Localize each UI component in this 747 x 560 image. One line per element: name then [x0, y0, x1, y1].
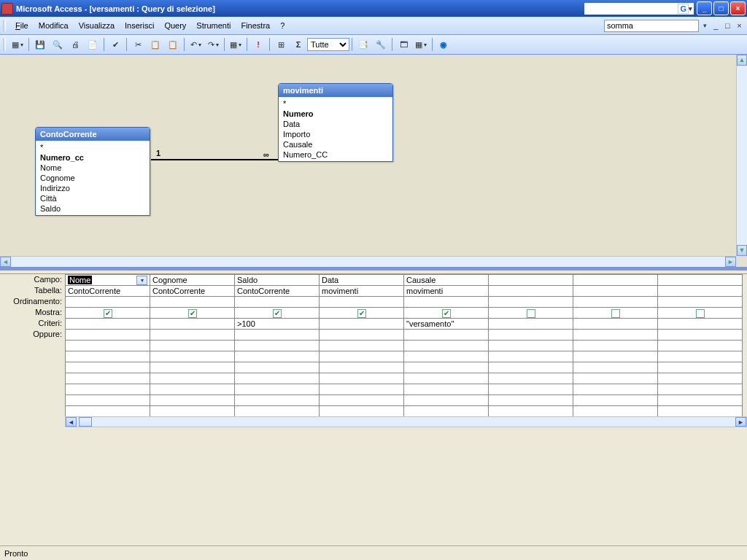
oppure-cell[interactable]: [66, 351, 150, 362]
field-saldo[interactable]: Saldo: [39, 203, 147, 214]
menu-query[interactable]: Query: [159, 20, 191, 31]
view-button[interactable]: ▦: [9, 36, 26, 52]
oppure-cell[interactable]: [658, 406, 743, 417]
oppure-cell[interactable]: [404, 384, 489, 395]
totals-button[interactable]: Σ: [290, 36, 306, 52]
oppure-cell[interactable]: [404, 373, 489, 384]
oppure-cell[interactable]: [658, 362, 743, 373]
ordinamento-cell[interactable]: [66, 297, 150, 308]
oppure-cell[interactable]: [573, 330, 658, 341]
oppure-cell[interactable]: [66, 384, 150, 395]
table-movimenti-title[interactable]: movimenti: [279, 84, 392, 97]
criteri-cell[interactable]: [573, 319, 658, 330]
criteri-cell[interactable]: [320, 319, 404, 330]
redo-button[interactable]: ↷: [205, 36, 221, 52]
mdi-minimize-button[interactable]: _: [711, 21, 721, 30]
field-dropdown-button[interactable]: ▾: [136, 276, 147, 285]
menu-inserisci[interactable]: Inserisci: [120, 20, 159, 31]
oppure-cell[interactable]: [66, 330, 150, 341]
oppure-cell[interactable]: [658, 330, 743, 341]
show-checkbox[interactable]: ✔: [357, 309, 366, 318]
undo-button[interactable]: ↶: [187, 36, 204, 52]
field-data[interactable]: Data: [282, 119, 390, 129]
oppure-cell[interactable]: [404, 395, 489, 406]
tabella-cell[interactable]: movimenti: [404, 286, 489, 297]
field-indirizzo[interactable]: Indirizzo: [39, 183, 147, 193]
criteri-cell[interactable]: [66, 319, 150, 330]
oppure-cell[interactable]: [658, 373, 743, 384]
ordinamento-cell[interactable]: [489, 297, 573, 308]
oppure-cell[interactable]: [489, 373, 573, 384]
show-checkbox[interactable]: ✔: [104, 309, 112, 318]
run-button[interactable]: !: [250, 36, 266, 52]
oppure-cell[interactable]: [658, 395, 743, 406]
oppure-cell[interactable]: [404, 406, 489, 417]
save-button[interactable]: 💾: [32, 36, 48, 52]
build-button[interactable]: 🔧: [373, 36, 389, 52]
oppure-cell[interactable]: [235, 330, 320, 341]
field-importo[interactable]: Importo: [282, 129, 390, 139]
campo-cell[interactable]: [573, 275, 658, 286]
oppure-cell[interactable]: [150, 362, 235, 373]
spellcheck-button[interactable]: ✔: [107, 36, 123, 52]
oppure-cell[interactable]: [573, 341, 658, 351]
tabella-cell[interactable]: ContoCorrente: [150, 286, 235, 297]
campo-cell[interactable]: Cognome: [150, 275, 235, 286]
close-button[interactable]: ×: [730, 1, 746, 15]
grid-scroll-thumb[interactable]: [79, 417, 92, 427]
tabella-cell[interactable]: [573, 286, 658, 297]
field-*[interactable]: *: [39, 142, 147, 152]
oppure-cell[interactable]: [573, 406, 658, 417]
tabella-cell[interactable]: ContoCorrente: [66, 286, 150, 297]
campo-cell[interactable]: [489, 275, 573, 286]
oppure-cell[interactable]: [320, 373, 404, 384]
oppure-cell[interactable]: [573, 395, 658, 406]
show-checkbox[interactable]: [696, 309, 705, 318]
show-checkbox[interactable]: ✔: [188, 309, 197, 318]
top-values-select[interactable]: Tutte: [307, 38, 349, 51]
criteri-cell[interactable]: >100: [235, 319, 320, 330]
oppure-cell[interactable]: [150, 341, 235, 351]
grid-hscrollbar[interactable]: ◄ ►: [65, 416, 747, 427]
scroll-right-button[interactable]: ►: [725, 257, 736, 267]
oppure-cell[interactable]: [235, 362, 320, 373]
mostra-cell[interactable]: [658, 308, 743, 319]
field-*[interactable]: *: [282, 98, 390, 109]
scroll-up-button[interactable]: ▲: [737, 55, 747, 66]
field-numero_cc[interactable]: Numero_cc: [39, 152, 147, 163]
oppure-cell[interactable]: [66, 406, 150, 417]
mostra-cell[interactable]: ✔: [150, 308, 235, 319]
oppure-cell[interactable]: [150, 384, 235, 395]
diagram-vscrollbar[interactable]: ▲ ▼: [736, 55, 747, 256]
field-città[interactable]: Città: [39, 193, 147, 203]
table-contocorrente-title[interactable]: ContoCorrente: [36, 128, 150, 141]
menubar-grip[interactable]: [3, 20, 6, 31]
oppure-cell[interactable]: [658, 351, 743, 362]
mostra-cell[interactable]: [573, 308, 658, 319]
ordinamento-cell[interactable]: [235, 297, 320, 308]
show-checkbox[interactable]: [611, 309, 620, 318]
menu-modifica[interactable]: Modifica: [34, 20, 74, 31]
oppure-cell[interactable]: [573, 351, 658, 362]
oppure-cell[interactable]: [573, 373, 658, 384]
oppure-cell[interactable]: [320, 351, 404, 362]
criteri-cell[interactable]: [658, 319, 743, 330]
grid-table[interactable]: Nome▾CognomeSaldoDataCausaleContoCorrent…: [65, 274, 743, 417]
field-cognome[interactable]: Cognome: [39, 173, 147, 183]
menu-finestra[interactable]: Finestra: [236, 20, 275, 31]
search-file-button[interactable]: 🔍: [50, 36, 66, 52]
oppure-cell[interactable]: [573, 362, 658, 373]
oppure-cell[interactable]: [66, 395, 150, 406]
minimize-button[interactable]: _: [697, 1, 712, 15]
oppure-cell[interactable]: [235, 384, 320, 395]
field-numero[interactable]: Numero: [282, 109, 390, 119]
toolbar-grip[interactable]: [3, 38, 6, 51]
preview-button[interactable]: 📄: [85, 36, 101, 52]
oppure-cell[interactable]: [658, 341, 743, 351]
mostra-cell[interactable]: ✔: [66, 308, 150, 319]
oppure-cell[interactable]: [489, 406, 573, 417]
campo-cell[interactable]: Causale: [404, 275, 489, 286]
criteri-cell[interactable]: [150, 319, 235, 330]
criteri-cell[interactable]: "versamento": [404, 319, 489, 330]
properties-button[interactable]: 📑: [355, 36, 371, 52]
